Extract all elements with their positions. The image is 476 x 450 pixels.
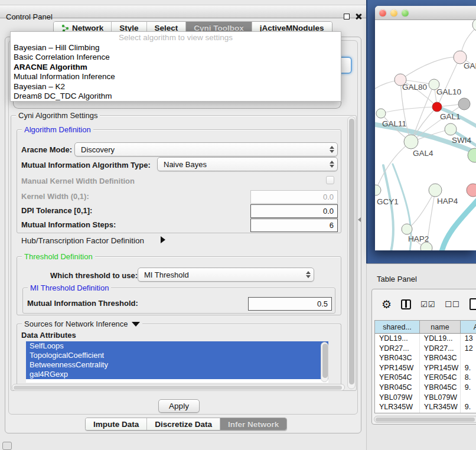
bottom-tab-label: Discretize Data [155, 420, 212, 429]
table-row[interactable]: YIL052CYIL052C9 [375, 412, 476, 413]
network-node-hap2[interactable] [402, 224, 412, 234]
mi-type-combo[interactable]: Naive Bayes [157, 157, 338, 171]
table-cell: YLR345W [375, 402, 420, 412]
sources-title-text[interactable]: Sources for Network Inference [24, 319, 128, 328]
which-threshold-combo[interactable]: MI Threshold [138, 268, 314, 282]
document-icon[interactable] [470, 298, 476, 310]
deselect-all-icon[interactable]: ☐☐ [445, 300, 459, 309]
network-node-gal1[interactable] [432, 102, 442, 112]
algorithm-option[interactable]: Basic Correlation Inference [11, 53, 341, 62]
column-header[interactable]: name [420, 321, 461, 333]
network-node-swi4[interactable] [445, 123, 457, 135]
table-row[interactable]: YDL19...YDL19...13 [375, 334, 476, 344]
column-header[interactable]: shared... [375, 321, 420, 333]
aracne-mode-label: Aracne Mode: [21, 145, 72, 154]
data-attributes-list[interactable]: SelfLoopsTopologicalCoefficientBetweenne… [26, 341, 328, 383]
algorithm-option[interactable]: Bayesian – K2 [11, 82, 341, 92]
float-icon[interactable] [344, 14, 350, 19]
aracne-mode-combo[interactable]: Discovery [74, 142, 338, 156]
mi-steps-field[interactable] [250, 219, 338, 232]
data-attribute-item[interactable]: BetweennessCentrality [26, 360, 328, 370]
corner-grip-icon[interactable] [2, 442, 12, 450]
data-attribute-item[interactable]: SelfLoops [26, 341, 328, 351]
table-cell: 13 [461, 334, 476, 344]
algorithm-option[interactable]: Dream8 DC_TDC Algorithm [11, 92, 341, 101]
close-icon[interactable] [355, 13, 361, 19]
network-window[interactable]: GALGAL80GAL10GAL1GAL11SWI4GAL4GCY1HAP4YH… [375, 6, 476, 250]
data-attribute-item[interactable]: gal4RGexp [26, 370, 328, 379]
network-node[interactable] [458, 98, 470, 110]
table-cell: YDR27... [375, 344, 420, 354]
table-row[interactable]: YBL079WYBL079W [375, 393, 476, 403]
table-row[interactable]: YDR27...YDR27...12 [375, 344, 476, 354]
data-attributes-label: Data Attributes [21, 331, 76, 340]
algorithm-definition-title: Algorithm Definition [22, 125, 93, 134]
network-edge[interactable] [381, 107, 437, 113]
kernel-width-field[interactable] [250, 190, 338, 204]
network-node-gcy1[interactable] [375, 185, 381, 195]
bottom-tab-infer-network[interactable]: Infer Network [220, 418, 286, 430]
settings-vertical-scrollbar[interactable] [347, 116, 356, 389]
window-minimize-icon[interactable] [390, 9, 397, 17]
window-close-icon[interactable] [379, 9, 386, 17]
algorithm-option[interactable]: ARACNE Algorithm [11, 63, 341, 72]
node-label: SWI4 [452, 136, 471, 145]
table-cell: YDL19... [420, 334, 461, 344]
table-cell: YLR345W [420, 402, 461, 412]
column-layout-icon[interactable] [401, 299, 411, 309]
network-edge[interactable] [383, 165, 393, 250]
network-node-gal11[interactable] [376, 109, 386, 118]
expander-down-icon[interactable] [132, 322, 140, 327]
settings-vertical-thumb[interactable] [349, 119, 354, 384]
table-row[interactable]: YBR043CYBR043C [375, 353, 476, 363]
gear-icon[interactable]: ⚙ [382, 299, 392, 310]
node-table[interactable]: shared...nameA YDL19...YDL19...13YDR27..… [374, 320, 476, 413]
apply-button[interactable]: Apply [158, 399, 200, 413]
bottom-tab-discretize-data[interactable]: Discretize Data [147, 418, 220, 430]
table-toolbar: ⚙☑☑☐☐ [372, 289, 476, 319]
table-row[interactable]: YER054CYER054C8. [375, 373, 476, 383]
column-header[interactable]: A [461, 321, 476, 333]
table-cell: YIL052C [420, 412, 461, 413]
node-label: GCY1 [377, 197, 399, 206]
table-cell [461, 353, 476, 363]
node-label: HAP2 [408, 234, 429, 243]
select-all-icon[interactable]: ☑☑ [420, 300, 435, 309]
attr-list-scrollbar[interactable] [321, 342, 328, 382]
table-horizontal-scrollbar[interactable] [374, 416, 476, 423]
node-label: GAL80 [402, 83, 427, 92]
network-window-titlebar[interactable] [375, 6, 476, 20]
table-row[interactable]: YPR145WYPR145W9. [375, 363, 476, 373]
table-row[interactable]: YBR045CYBR045C9. [375, 383, 476, 393]
hub-expander-label[interactable]: Hub/Transcription Factor Definition [21, 236, 144, 245]
network-node[interactable] [472, 20, 476, 31]
network-canvas[interactable]: GALGAL80GAL10GAL1GAL11SWI4GAL4GCY1HAP4YH… [375, 20, 476, 250]
attr-list-scroll-thumb[interactable] [322, 344, 328, 378]
dpi-tolerance-field[interactable] [250, 204, 338, 218]
network-edge[interactable] [407, 190, 435, 229]
algorithm-option[interactable]: Mutual Information Inference [11, 72, 341, 81]
network-node-hap4[interactable] [429, 184, 442, 197]
table-body: YDL19...YDL19...13YDR27...YDR27...12YBR0… [375, 334, 476, 413]
data-attribute-item[interactable]: TopologicalCoefficient [26, 351, 328, 360]
table-horizontal-thumb[interactable] [376, 418, 475, 422]
table-row[interactable]: YLR345WYLR345W9. [375, 402, 476, 412]
settings-horizontal-scrollbar[interactable] [12, 384, 345, 391]
network-graph[interactable]: GALGAL80GAL10GAL1GAL11SWI4GAL4GCY1HAP4YH… [375, 20, 476, 250]
bottom-tab-impute-data[interactable]: Impute Data [86, 418, 147, 430]
expander-right-icon[interactable] [161, 236, 165, 243]
mi-threshold-group-title: MI Threshold Definition [28, 283, 111, 292]
manual-kernel-checkbox[interactable] [326, 176, 334, 184]
control-panel-title: Control Panel [6, 12, 53, 21]
mi-threshold-label: Mutual Information Threshold: [27, 299, 138, 308]
window-zoom-icon[interactable] [402, 9, 409, 17]
algorithm-option[interactable]: Bayesian – Hill Climbing [11, 43, 341, 53]
network-node-y[interactable] [467, 184, 476, 197]
table-cell: YIL052C [375, 412, 420, 413]
mi-threshold-field[interactable] [248, 297, 332, 311]
network-node[interactable] [420, 242, 432, 250]
settings-horizontal-thumb[interactable] [14, 386, 342, 390]
splitter-arrow-icon[interactable] [358, 217, 361, 222]
network-edge[interactable] [437, 57, 460, 107]
network-node-gal4[interactable] [404, 135, 418, 149]
